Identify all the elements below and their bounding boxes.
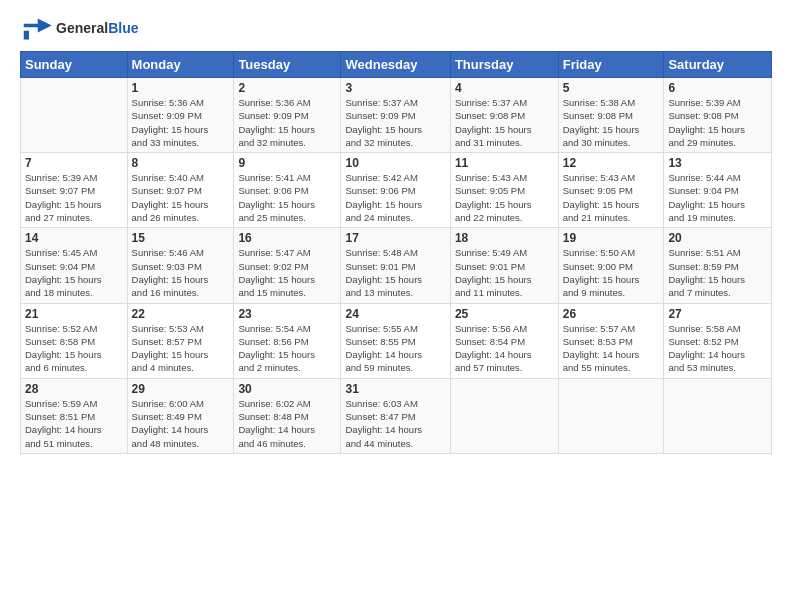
day-info: Sunrise: 5:47 AM Sunset: 9:02 PM Dayligh…: [238, 246, 336, 299]
day-number: 7: [25, 156, 123, 170]
day-number: 6: [668, 81, 767, 95]
calendar-cell: 1Sunrise: 5:36 AM Sunset: 9:09 PM Daylig…: [127, 78, 234, 153]
day-number: 10: [345, 156, 445, 170]
calendar-cell: [21, 78, 128, 153]
calendar-cell: 28Sunrise: 5:59 AM Sunset: 8:51 PM Dayli…: [21, 378, 128, 453]
calendar-cell: 30Sunrise: 6:02 AM Sunset: 8:48 PM Dayli…: [234, 378, 341, 453]
calendar-cell: 15Sunrise: 5:46 AM Sunset: 9:03 PM Dayli…: [127, 228, 234, 303]
logo: GeneralBlue: [20, 15, 138, 43]
calendar-cell: 31Sunrise: 6:03 AM Sunset: 8:47 PM Dayli…: [341, 378, 450, 453]
day-info: Sunrise: 5:51 AM Sunset: 8:59 PM Dayligh…: [668, 246, 767, 299]
day-info: Sunrise: 5:37 AM Sunset: 9:08 PM Dayligh…: [455, 96, 554, 149]
svg-rect-2: [24, 31, 29, 40]
calendar-cell: [558, 378, 664, 453]
calendar-cell: 7Sunrise: 5:39 AM Sunset: 9:07 PM Daylig…: [21, 153, 128, 228]
day-number: 13: [668, 156, 767, 170]
day-number: 8: [132, 156, 230, 170]
day-number: 19: [563, 231, 660, 245]
day-info: Sunrise: 5:43 AM Sunset: 9:05 PM Dayligh…: [563, 171, 660, 224]
calendar-cell: 14Sunrise: 5:45 AM Sunset: 9:04 PM Dayli…: [21, 228, 128, 303]
calendar-cell: 16Sunrise: 5:47 AM Sunset: 9:02 PM Dayli…: [234, 228, 341, 303]
calendar-cell: 11Sunrise: 5:43 AM Sunset: 9:05 PM Dayli…: [450, 153, 558, 228]
day-info: Sunrise: 5:38 AM Sunset: 9:08 PM Dayligh…: [563, 96, 660, 149]
day-info: Sunrise: 5:49 AM Sunset: 9:01 PM Dayligh…: [455, 246, 554, 299]
day-info: Sunrise: 5:54 AM Sunset: 8:56 PM Dayligh…: [238, 322, 336, 375]
col-header-monday: Monday: [127, 52, 234, 78]
day-info: Sunrise: 5:36 AM Sunset: 9:09 PM Dayligh…: [132, 96, 230, 149]
day-number: 2: [238, 81, 336, 95]
day-info: Sunrise: 5:36 AM Sunset: 9:09 PM Dayligh…: [238, 96, 336, 149]
day-info: Sunrise: 6:00 AM Sunset: 8:49 PM Dayligh…: [132, 397, 230, 450]
day-number: 4: [455, 81, 554, 95]
calendar-cell: 12Sunrise: 5:43 AM Sunset: 9:05 PM Dayli…: [558, 153, 664, 228]
day-info: Sunrise: 5:39 AM Sunset: 9:07 PM Dayligh…: [25, 171, 123, 224]
day-number: 11: [455, 156, 554, 170]
calendar-cell: 27Sunrise: 5:58 AM Sunset: 8:52 PM Dayli…: [664, 303, 772, 378]
col-header-thursday: Thursday: [450, 52, 558, 78]
calendar-cell: 26Sunrise: 5:57 AM Sunset: 8:53 PM Dayli…: [558, 303, 664, 378]
day-info: Sunrise: 6:02 AM Sunset: 8:48 PM Dayligh…: [238, 397, 336, 450]
day-number: 9: [238, 156, 336, 170]
calendar-cell: 3Sunrise: 5:37 AM Sunset: 9:09 PM Daylig…: [341, 78, 450, 153]
day-info: Sunrise: 5:57 AM Sunset: 8:53 PM Dayligh…: [563, 322, 660, 375]
day-info: Sunrise: 5:59 AM Sunset: 8:51 PM Dayligh…: [25, 397, 123, 450]
day-info: Sunrise: 5:48 AM Sunset: 9:01 PM Dayligh…: [345, 246, 445, 299]
day-info: Sunrise: 5:46 AM Sunset: 9:03 PM Dayligh…: [132, 246, 230, 299]
day-number: 24: [345, 307, 445, 321]
day-info: Sunrise: 5:56 AM Sunset: 8:54 PM Dayligh…: [455, 322, 554, 375]
day-number: 1: [132, 81, 230, 95]
day-number: 17: [345, 231, 445, 245]
day-number: 20: [668, 231, 767, 245]
col-header-wednesday: Wednesday: [341, 52, 450, 78]
logo-text: GeneralBlue: [56, 21, 138, 36]
calendar-header-row: SundayMondayTuesdayWednesdayThursdayFrid…: [21, 52, 772, 78]
col-header-sunday: Sunday: [21, 52, 128, 78]
day-number: 28: [25, 382, 123, 396]
day-info: Sunrise: 5:44 AM Sunset: 9:04 PM Dayligh…: [668, 171, 767, 224]
calendar-cell: [450, 378, 558, 453]
day-info: Sunrise: 5:41 AM Sunset: 9:06 PM Dayligh…: [238, 171, 336, 224]
calendar-cell: 24Sunrise: 5:55 AM Sunset: 8:55 PM Dayli…: [341, 303, 450, 378]
calendar-cell: 23Sunrise: 5:54 AM Sunset: 8:56 PM Dayli…: [234, 303, 341, 378]
calendar-cell: 21Sunrise: 5:52 AM Sunset: 8:58 PM Dayli…: [21, 303, 128, 378]
day-info: Sunrise: 5:43 AM Sunset: 9:05 PM Dayligh…: [455, 171, 554, 224]
calendar-week-5: 28Sunrise: 5:59 AM Sunset: 8:51 PM Dayli…: [21, 378, 772, 453]
day-number: 3: [345, 81, 445, 95]
calendar-cell: 20Sunrise: 5:51 AM Sunset: 8:59 PM Dayli…: [664, 228, 772, 303]
calendar-week-1: 1Sunrise: 5:36 AM Sunset: 9:09 PM Daylig…: [21, 78, 772, 153]
day-number: 29: [132, 382, 230, 396]
day-number: 16: [238, 231, 336, 245]
day-info: Sunrise: 5:37 AM Sunset: 9:09 PM Dayligh…: [345, 96, 445, 149]
calendar-week-3: 14Sunrise: 5:45 AM Sunset: 9:04 PM Dayli…: [21, 228, 772, 303]
day-number: 15: [132, 231, 230, 245]
day-info: Sunrise: 5:40 AM Sunset: 9:07 PM Dayligh…: [132, 171, 230, 224]
day-number: 26: [563, 307, 660, 321]
page: GeneralBlue SundayMondayTuesdayWednesday…: [0, 0, 792, 612]
calendar-cell: 17Sunrise: 5:48 AM Sunset: 9:01 PM Dayli…: [341, 228, 450, 303]
day-number: 18: [455, 231, 554, 245]
calendar-cell: 18Sunrise: 5:49 AM Sunset: 9:01 PM Dayli…: [450, 228, 558, 303]
day-info: Sunrise: 5:58 AM Sunset: 8:52 PM Dayligh…: [668, 322, 767, 375]
day-info: Sunrise: 5:52 AM Sunset: 8:58 PM Dayligh…: [25, 322, 123, 375]
day-number: 30: [238, 382, 336, 396]
day-info: Sunrise: 5:55 AM Sunset: 8:55 PM Dayligh…: [345, 322, 445, 375]
calendar-cell: 2Sunrise: 5:36 AM Sunset: 9:09 PM Daylig…: [234, 78, 341, 153]
day-number: 12: [563, 156, 660, 170]
day-number: 23: [238, 307, 336, 321]
header: GeneralBlue: [20, 15, 772, 43]
calendar-table: SundayMondayTuesdayWednesdayThursdayFrid…: [20, 51, 772, 454]
calendar-cell: 29Sunrise: 6:00 AM Sunset: 8:49 PM Dayli…: [127, 378, 234, 453]
day-number: 5: [563, 81, 660, 95]
calendar-cell: 9Sunrise: 5:41 AM Sunset: 9:06 PM Daylig…: [234, 153, 341, 228]
calendar-week-2: 7Sunrise: 5:39 AM Sunset: 9:07 PM Daylig…: [21, 153, 772, 228]
calendar-cell: 4Sunrise: 5:37 AM Sunset: 9:08 PM Daylig…: [450, 78, 558, 153]
day-number: 14: [25, 231, 123, 245]
day-number: 21: [25, 307, 123, 321]
day-number: 27: [668, 307, 767, 321]
calendar-cell: 10Sunrise: 5:42 AM Sunset: 9:06 PM Dayli…: [341, 153, 450, 228]
calendar-week-4: 21Sunrise: 5:52 AM Sunset: 8:58 PM Dayli…: [21, 303, 772, 378]
day-info: Sunrise: 5:53 AM Sunset: 8:57 PM Dayligh…: [132, 322, 230, 375]
calendar-cell: 8Sunrise: 5:40 AM Sunset: 9:07 PM Daylig…: [127, 153, 234, 228]
day-info: Sunrise: 5:50 AM Sunset: 9:00 PM Dayligh…: [563, 246, 660, 299]
calendar-cell: [664, 378, 772, 453]
